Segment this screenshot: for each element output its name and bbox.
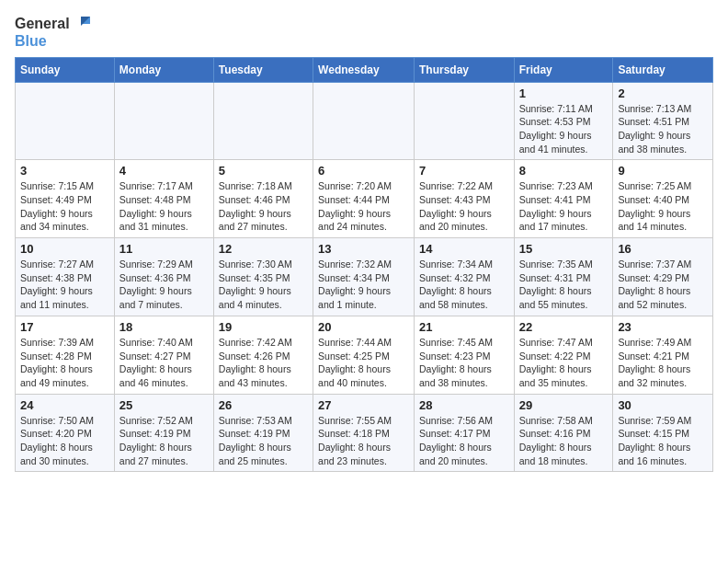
day-info: Sunrise: 7:27 AMSunset: 4:38 PMDaylight:… [20,258,109,312]
day-number: 9 [618,164,708,178]
logo-bird-icon [72,15,90,33]
calendar-cell: 3Sunrise: 7:15 AMSunset: 4:49 PMDaylight… [16,160,115,238]
day-number: 17 [20,320,109,334]
day-number: 20 [318,320,409,334]
day-info: Sunrise: 7:15 AMSunset: 4:49 PMDaylight:… [20,179,109,234]
day-number: 7 [419,164,509,178]
day-number: 27 [318,398,409,412]
day-number: 25 [119,398,209,412]
day-info: Sunrise: 7:58 AMSunset: 4:16 PMDaylight:… [519,414,609,468]
day-info: Sunrise: 7:42 AMSunset: 4:26 PMDaylight:… [219,336,308,390]
calendar-cell: 18Sunrise: 7:40 AMSunset: 4:27 PMDayligh… [114,316,213,394]
weekday-header: Saturday [613,57,713,82]
calendar-week-row: 1Sunrise: 7:11 AMSunset: 4:53 PMDaylight… [16,82,713,160]
calendar-cell: 30Sunrise: 7:59 AMSunset: 4:15 PMDayligh… [613,394,713,472]
day-number: 18 [119,320,209,334]
day-number: 12 [219,242,308,256]
calendar-cell: 11Sunrise: 7:29 AMSunset: 4:36 PMDayligh… [114,238,213,316]
logo-blue: Blue [15,33,47,50]
day-info: Sunrise: 7:23 AMSunset: 4:41 PMDaylight:… [519,179,609,234]
day-number: 21 [419,320,509,334]
day-info: Sunrise: 7:45 AMSunset: 4:23 PMDaylight:… [419,336,509,390]
calendar-cell [313,82,415,160]
day-number: 28 [419,398,509,412]
day-number: 3 [20,164,109,178]
day-info: Sunrise: 7:30 AMSunset: 4:35 PMDaylight:… [219,258,308,312]
calendar-cell: 17Sunrise: 7:39 AMSunset: 4:28 PMDayligh… [16,316,115,394]
day-number: 14 [419,242,509,256]
weekday-header: Tuesday [213,57,313,82]
day-number: 15 [519,242,609,256]
day-number: 24 [20,398,109,412]
day-number: 13 [318,242,409,256]
day-number: 5 [219,164,308,178]
calendar-cell: 27Sunrise: 7:55 AMSunset: 4:18 PMDayligh… [313,394,415,472]
calendar-table: SundayMondayTuesdayWednesdayThursdayFrid… [15,57,713,473]
day-info: Sunrise: 7:55 AMSunset: 4:18 PMDaylight:… [318,414,409,468]
calendar-cell: 23Sunrise: 7:49 AMSunset: 4:21 PMDayligh… [613,316,713,394]
calendar-cell: 22Sunrise: 7:47 AMSunset: 4:22 PMDayligh… [514,316,613,394]
day-number: 23 [618,320,708,334]
calendar-cell: 10Sunrise: 7:27 AMSunset: 4:38 PMDayligh… [16,238,115,316]
calendar-cell: 20Sunrise: 7:44 AMSunset: 4:25 PMDayligh… [313,316,415,394]
day-info: Sunrise: 7:35 AMSunset: 4:31 PMDaylight:… [519,258,609,312]
day-number: 29 [519,398,609,412]
day-number: 19 [219,320,308,334]
day-info: Sunrise: 7:11 AMSunset: 4:53 PMDaylight:… [519,102,609,156]
day-info: Sunrise: 7:59 AMSunset: 4:15 PMDaylight:… [618,414,708,468]
day-info: Sunrise: 7:56 AMSunset: 4:17 PMDaylight:… [419,414,509,468]
calendar-cell: 9Sunrise: 7:25 AMSunset: 4:40 PMDaylight… [613,160,713,238]
calendar-cell: 12Sunrise: 7:30 AMSunset: 4:35 PMDayligh… [213,238,313,316]
calendar-cell: 15Sunrise: 7:35 AMSunset: 4:31 PMDayligh… [514,238,613,316]
calendar-cell: 4Sunrise: 7:17 AMSunset: 4:48 PMDaylight… [114,160,213,238]
day-info: Sunrise: 7:34 AMSunset: 4:32 PMDaylight:… [419,258,509,312]
day-info: Sunrise: 7:49 AMSunset: 4:21 PMDaylight:… [618,336,708,390]
calendar-cell: 13Sunrise: 7:32 AMSunset: 4:34 PMDayligh… [313,238,415,316]
day-number: 11 [119,242,209,256]
day-number: 4 [119,164,209,178]
day-number: 22 [519,320,609,334]
logo: General Blue [15,15,90,50]
logo-general: General [15,16,70,32]
day-info: Sunrise: 7:52 AMSunset: 4:19 PMDaylight:… [119,414,209,468]
calendar-cell [414,82,514,160]
calendar-cell: 21Sunrise: 7:45 AMSunset: 4:23 PMDayligh… [414,316,514,394]
day-info: Sunrise: 7:25 AMSunset: 4:40 PMDaylight:… [618,179,708,234]
day-info: Sunrise: 7:40 AMSunset: 4:27 PMDaylight:… [119,336,209,390]
day-info: Sunrise: 7:50 AMSunset: 4:20 PMDaylight:… [20,414,109,468]
calendar-week-row: 24Sunrise: 7:50 AMSunset: 4:20 PMDayligh… [16,394,713,472]
day-info: Sunrise: 7:20 AMSunset: 4:44 PMDaylight:… [318,179,409,234]
day-info: Sunrise: 7:22 AMSunset: 4:43 PMDaylight:… [419,179,509,234]
calendar-cell [213,82,313,160]
weekday-header: Friday [514,57,613,82]
calendar-cell: 1Sunrise: 7:11 AMSunset: 4:53 PMDaylight… [514,82,613,160]
calendar-cell: 6Sunrise: 7:20 AMSunset: 4:44 PMDaylight… [313,160,415,238]
page-header: General Blue [15,15,713,50]
calendar-cell: 5Sunrise: 7:18 AMSunset: 4:46 PMDaylight… [213,160,313,238]
weekday-header: Wednesday [313,57,415,82]
day-info: Sunrise: 7:53 AMSunset: 4:19 PMDaylight:… [219,414,308,468]
calendar-week-row: 17Sunrise: 7:39 AMSunset: 4:28 PMDayligh… [16,316,713,394]
day-info: Sunrise: 7:13 AMSunset: 4:51 PMDaylight:… [618,102,708,156]
day-info: Sunrise: 7:37 AMSunset: 4:29 PMDaylight:… [618,258,708,312]
calendar-cell: 25Sunrise: 7:52 AMSunset: 4:19 PMDayligh… [114,394,213,472]
day-info: Sunrise: 7:39 AMSunset: 4:28 PMDaylight:… [20,336,109,390]
calendar-cell: 19Sunrise: 7:42 AMSunset: 4:26 PMDayligh… [213,316,313,394]
day-number: 26 [219,398,308,412]
day-info: Sunrise: 7:18 AMSunset: 4:46 PMDaylight:… [219,179,308,234]
calendar-cell: 16Sunrise: 7:37 AMSunset: 4:29 PMDayligh… [613,238,713,316]
day-number: 1 [519,86,609,100]
day-number: 8 [519,164,609,178]
day-number: 16 [618,242,708,256]
weekday-header: Thursday [414,57,514,82]
calendar-cell: 7Sunrise: 7:22 AMSunset: 4:43 PMDaylight… [414,160,514,238]
calendar-week-row: 3Sunrise: 7:15 AMSunset: 4:49 PMDaylight… [16,160,713,238]
calendar-cell: 14Sunrise: 7:34 AMSunset: 4:32 PMDayligh… [414,238,514,316]
day-info: Sunrise: 7:29 AMSunset: 4:36 PMDaylight:… [119,258,209,312]
calendar-cell [16,82,115,160]
day-number: 2 [618,86,708,100]
calendar-cell: 26Sunrise: 7:53 AMSunset: 4:19 PMDayligh… [213,394,313,472]
day-number: 30 [618,398,708,412]
day-info: Sunrise: 7:32 AMSunset: 4:34 PMDaylight:… [318,258,409,312]
weekday-header: Sunday [16,57,115,82]
